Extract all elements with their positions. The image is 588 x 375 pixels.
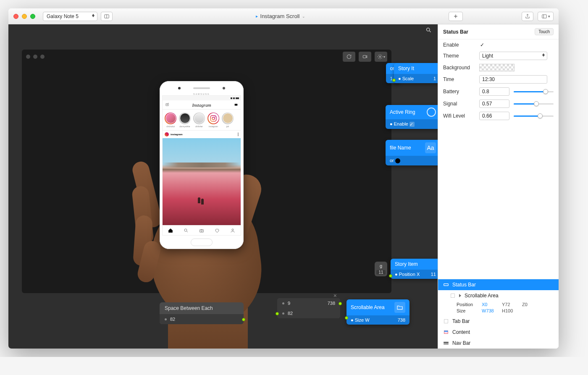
prop-enable: Enable ✓ (443, 42, 554, 48)
svg-point-18 (232, 229, 234, 231)
titlebar: Galaxy Note 5 ▸ Instagram Scroll ⌄ + ▾ (8, 8, 559, 24)
time-input[interactable]: 12:30 (479, 75, 547, 84)
layer-content[interactable]: Content (438, 327, 559, 338)
background-swatch[interactable] (479, 64, 514, 71)
layout-split-button[interactable] (101, 12, 113, 21)
svg-line-15 (186, 231, 188, 232)
multiply-node[interactable]: × 9738 82 (277, 298, 340, 318)
window-title[interactable]: ▸ Instagram Scroll ⌄ (116, 13, 445, 19)
instagram-tabbar (163, 225, 241, 235)
svg-rect-6 (363, 55, 366, 58)
navbar-icon (443, 340, 449, 346)
settings-button[interactable]: ▾ (375, 52, 387, 62)
layer-scrollable-details: Position X0 Y72 Z0 Size W738 H100 (438, 301, 559, 316)
preview-traffic-lights (26, 55, 45, 59)
svg-rect-21 (444, 320, 448, 323)
svg-rect-10 (235, 104, 238, 105)
wifi-input[interactable]: 0.66 (479, 112, 509, 120)
prop-signal: Signal 0.57 (443, 100, 554, 108)
phone-preview: SAMSUNG Instagram chchoitoi dannywhite d… (126, 81, 277, 320)
scrollable-area-node[interactable]: Scrollable Area ● Size W738 (346, 299, 410, 325)
layer-scrollable-area[interactable]: Scrollable Area (438, 290, 559, 301)
instagram-logo: Instagram (192, 102, 211, 108)
stories-tray: chchoitoi dannywhite dnfisher instagram … (163, 110, 241, 131)
search-strip (425, 24, 438, 37)
bounds-icon (443, 318, 449, 324)
image-icon (443, 329, 449, 335)
record-button[interactable] (359, 52, 371, 62)
signal-input[interactable]: 0.57 (479, 100, 509, 108)
svg-rect-8 (166, 103, 169, 105)
camera-tab-icon (194, 226, 209, 235)
svg-rect-25 (444, 342, 449, 343)
inspector-panel: Status Bar Touch Enable ✓ Theme Light Ba… (438, 24, 559, 349)
svg-point-14 (184, 229, 187, 231)
disclosure-icon[interactable] (459, 294, 461, 297)
layers-panel: Status Bar Scrollable Area Position X0 Y… (438, 279, 559, 349)
space-between-node[interactable]: Space Between Each 82 (160, 302, 244, 324)
prop-theme: Theme Light (443, 52, 554, 60)
chevron-down-icon: ⌄ (302, 14, 305, 18)
device-select[interactable]: Galaxy Note 5 (43, 12, 97, 21)
svg-rect-20 (451, 294, 455, 298)
enable-checkbox[interactable]: ✓ (479, 42, 485, 48)
wifi-slider[interactable] (514, 112, 554, 120)
post-image (163, 138, 241, 225)
touch-button[interactable]: Touch (535, 28, 554, 35)
text-icon: Aa (425, 142, 436, 153)
inspector-section-title: Status Bar (443, 29, 468, 35)
svg-point-7 (379, 56, 381, 58)
folder-icon (394, 302, 405, 313)
ring-icon (427, 108, 436, 117)
theme-select[interactable]: Light (479, 52, 547, 60)
more-icon (238, 133, 239, 136)
phone-screen: Instagram chchoitoi dannywhite dnfisher … (162, 95, 241, 236)
prop-wifi: Wifi Level 0.66 (443, 112, 554, 120)
panels-toggle-button[interactable]: ▾ (538, 12, 554, 21)
battery-slider[interactable] (514, 87, 554, 96)
zoom-window-button[interactable] (30, 14, 35, 19)
home-tab-icon (163, 226, 178, 235)
add-photo-icon (165, 102, 169, 108)
document-icon: ▸ (256, 14, 258, 18)
svg-point-9 (167, 104, 168, 105)
svg-point-4 (427, 28, 430, 31)
inbox-icon (234, 102, 238, 108)
close-icon[interactable]: × (333, 292, 337, 299)
prop-time: Time 12:30 (443, 75, 554, 84)
canvas[interactable]: ▾ SAMSUNG I (8, 24, 438, 349)
prop-background: Background (443, 64, 554, 71)
svg-rect-2 (542, 14, 546, 18)
refresh-button[interactable] (343, 52, 355, 62)
minimize-window-button[interactable] (22, 14, 27, 19)
statusbar-icon (443, 282, 449, 288)
signal-slider[interactable] (514, 100, 554, 108)
svg-point-13 (215, 116, 215, 117)
search-tab-icon (178, 226, 194, 235)
svg-line-5 (429, 31, 430, 32)
layer-nav-bar[interactable]: Nav Bar (438, 338, 559, 349)
add-button[interactable]: + (449, 12, 463, 21)
profile-name-node[interactable]: file NameAa or (386, 140, 438, 165)
share-button[interactable] (522, 12, 533, 21)
tag-node[interactable]: g 11 (375, 262, 387, 276)
story-item-node-top[interactable]: Story It ● Scale1 (394, 63, 438, 83)
device-select-label: Galaxy Note 5 (47, 13, 79, 19)
search-icon[interactable] (425, 27, 432, 35)
profile-tab-icon (225, 226, 241, 235)
svg-rect-26 (444, 344, 449, 344)
activity-tab-icon (210, 226, 225, 235)
svg-point-17 (201, 230, 202, 231)
battery-input[interactable]: 0.8 (479, 87, 509, 96)
close-window-button[interactable] (13, 14, 18, 19)
instagram-navbar: Instagram (163, 100, 241, 110)
layer-status-bar[interactable]: Status Bar (438, 279, 559, 290)
story-item-node-bottom[interactable]: Story Item ● Position X11 (391, 259, 438, 279)
phone-frame: SAMSUNG Instagram chchoitoi dannywhite d… (160, 81, 244, 249)
post-header: instagram (163, 131, 241, 138)
active-ring-node[interactable]: Active Ring ● Enable ✓ (386, 105, 438, 129)
app-window: Galaxy Note 5 ▸ Instagram Scroll ⌄ + ▾ (8, 8, 559, 349)
layer-tab-bar[interactable]: Tab Bar (438, 316, 559, 327)
group-icon (450, 293, 456, 299)
svg-rect-19 (444, 284, 449, 286)
